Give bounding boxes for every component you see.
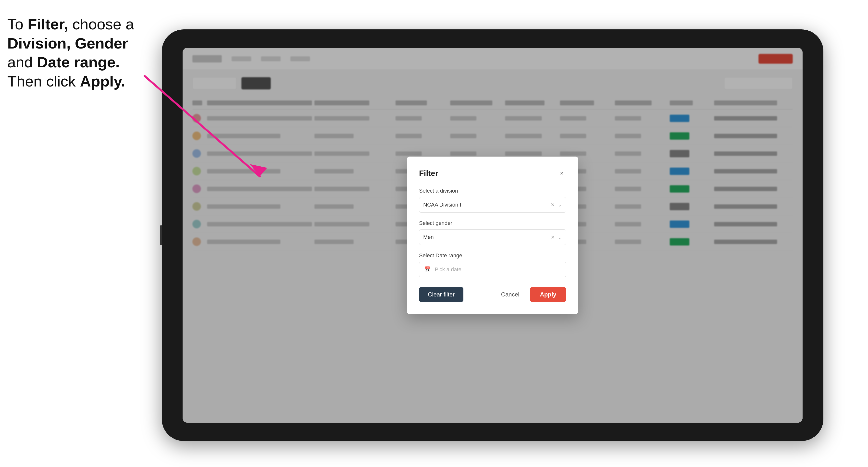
modal-overlay: Filter × Select a division NCAA Division…: [183, 48, 803, 423]
instruction-block: To Filter, choose a Division, Gender and…: [7, 15, 150, 91]
tablet-device: Filter × Select a division NCAA Division…: [162, 29, 824, 441]
gender-selected-value: Men: [423, 234, 434, 240]
tablet-side-button: [160, 225, 162, 245]
gender-clear-icon[interactable]: ✕: [551, 234, 555, 240]
division-form-group: Select a division NCAA Division I ✕ ⌄: [419, 188, 566, 213]
date-range-input[interactable]: 📅 Pick a date: [419, 262, 566, 277]
apply-button[interactable]: Apply: [530, 287, 566, 302]
modal-title: Filter: [419, 169, 438, 178]
filter-modal: Filter × Select a division NCAA Division…: [407, 157, 578, 314]
cancel-button[interactable]: Cancel: [495, 287, 525, 302]
instruction-apply-word: Apply.: [80, 73, 125, 90]
tablet-screen: Filter × Select a division NCAA Division…: [183, 48, 803, 423]
gender-form-group: Select gender Men ✕ ⌄: [419, 220, 566, 245]
modal-close-button[interactable]: ×: [557, 169, 566, 178]
modal-header: Filter ×: [419, 169, 566, 178]
division-clear-icon[interactable]: ✕: [551, 202, 555, 208]
gender-select-inner: Men ✕ ⌄: [423, 234, 562, 240]
date-range-label: Select Date range: [419, 252, 566, 259]
gender-label: Select gender: [419, 220, 566, 226]
gender-chevron-icon[interactable]: ⌄: [558, 234, 562, 240]
modal-footer-right: Cancel Apply: [495, 287, 566, 302]
division-selected-value: NCAA Division I: [423, 201, 461, 208]
division-chevron-icon[interactable]: ⌄: [558, 202, 562, 208]
instruction-date-range: Date range.: [37, 54, 120, 70]
gender-select[interactable]: Men ✕ ⌄: [419, 229, 566, 245]
clear-filter-button[interactable]: Clear filter: [419, 287, 463, 302]
division-select-inner: NCAA Division I ✕ ⌄: [423, 201, 562, 208]
date-range-form-group: Select Date range 📅 Pick a date: [419, 252, 566, 277]
gender-select-controls: ✕ ⌄: [551, 234, 562, 240]
modal-footer: Clear filter Cancel Apply: [419, 287, 566, 302]
division-select[interactable]: NCAA Division I ✕ ⌄: [419, 197, 566, 213]
instruction-filter-word: Filter,: [28, 16, 68, 33]
division-label: Select a division: [419, 188, 566, 194]
date-placeholder: Pick a date: [435, 266, 461, 273]
instruction-division-gender: Division, Gender: [7, 35, 128, 52]
division-select-controls: ✕ ⌄: [551, 202, 562, 208]
calendar-icon: 📅: [424, 266, 431, 273]
